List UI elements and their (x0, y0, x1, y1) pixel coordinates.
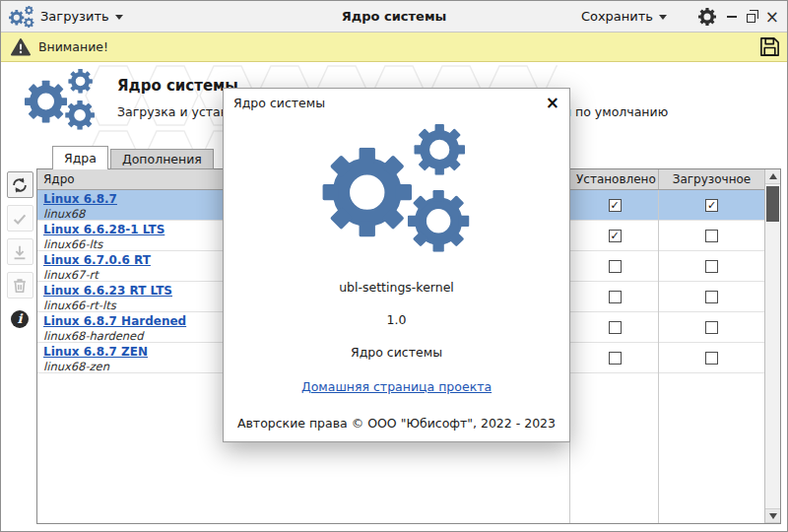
column-header-bootable[interactable]: Загрузочное (659, 169, 764, 189)
tab-kernels[interactable]: Ядра (52, 146, 108, 169)
installed-checkbox[interactable] (609, 291, 622, 303)
app-package-name: ubl-settings-kernel (339, 280, 454, 295)
tab-addons[interactable]: Дополнения (110, 149, 214, 169)
kernel-link[interactable]: Linux 6.8.7 (43, 192, 117, 207)
bootable-checkbox[interactable] (705, 260, 718, 273)
installed-checkbox[interactable] (609, 321, 622, 334)
installed-checkbox[interactable] (609, 199, 622, 212)
bootable-checkbox[interactable] (705, 352, 718, 365)
installed-checkbox[interactable] (609, 230, 622, 242)
window-title: Ядро системы (1, 1, 787, 33)
chevron-down-icon (659, 15, 667, 20)
refresh-icon (11, 176, 29, 194)
warning-triangle-icon (11, 38, 31, 56)
refresh-button[interactable] (7, 171, 33, 198)
kernel-link[interactable]: Linux 6.6.28-1 LTS (43, 223, 164, 237)
scroll-up-button[interactable] (765, 169, 780, 184)
about-gears-icon (322, 124, 472, 256)
save-menu-label: Сохранить (581, 1, 653, 33)
maximize-button[interactable] (747, 14, 755, 23)
save-menu-button[interactable]: Сохранить (581, 1, 667, 33)
app-description: Ядро системы (351, 345, 442, 360)
bootable-checkbox[interactable] (705, 230, 718, 242)
close-window-button[interactable] (765, 9, 779, 26)
install-button[interactable] (7, 238, 33, 265)
bootable-checkbox[interactable] (705, 291, 718, 303)
kernel-link[interactable]: Linux 6.8.7 ZEN (43, 345, 148, 360)
apply-button[interactable] (7, 205, 33, 232)
about-dialog: Ядро системы × ubl-settings-kernel 1.0 Я… (223, 88, 570, 442)
trash-icon (11, 277, 29, 295)
tab-bar: Ядра Дополнения (52, 146, 216, 169)
homepage-link[interactable]: Домашняя страница проекта (301, 379, 492, 394)
close-icon[interactable]: × (546, 95, 559, 111)
scroll-down-button[interactable] (765, 508, 780, 523)
column-header-installed[interactable]: Установлено (570, 169, 659, 189)
side-toolbar (5, 171, 34, 332)
kernel-link[interactable]: Linux 6.7.0.6 RT (43, 253, 151, 268)
kernel-link[interactable]: Linux 6.8.7 Hardened (43, 314, 186, 329)
page-title: Ядро системы (117, 77, 238, 95)
app-version: 1.0 (387, 312, 407, 327)
bootable-checkbox[interactable] (705, 199, 718, 212)
installed-checkbox[interactable] (609, 260, 622, 273)
settings-gear-icon[interactable] (698, 8, 716, 26)
window-controls (727, 1, 779, 33)
bootable-checkbox[interactable] (705, 321, 718, 334)
triangle-up-icon (769, 173, 777, 179)
vertical-scrollbar (764, 169, 780, 523)
save-file-icon[interactable] (758, 35, 781, 58)
dialog-title: Ядро системы (233, 96, 325, 110)
titlebar: Загрузить Ядро системы Сохранить (1, 1, 787, 33)
scrollbar-thumb[interactable] (766, 186, 779, 222)
check-icon (11, 210, 29, 228)
minimize-button[interactable] (727, 12, 737, 22)
kernel-link[interactable]: Linux 6.6.23 RT LTS (43, 284, 172, 299)
triangle-down-icon (769, 513, 777, 519)
page-gears-icon (25, 69, 96, 132)
warning-text: Внимание! (38, 33, 108, 62)
warning-bar: Внимание! (1, 33, 787, 62)
installed-checkbox[interactable] (609, 352, 622, 365)
scrollbar-track[interactable] (765, 222, 780, 508)
copyright-text: Авторские права © ООО "Юбисофт", 2022 - … (237, 416, 556, 431)
delete-button[interactable] (7, 272, 33, 299)
info-button[interactable] (7, 305, 33, 332)
download-icon (11, 243, 29, 261)
info-icon (11, 310, 29, 328)
